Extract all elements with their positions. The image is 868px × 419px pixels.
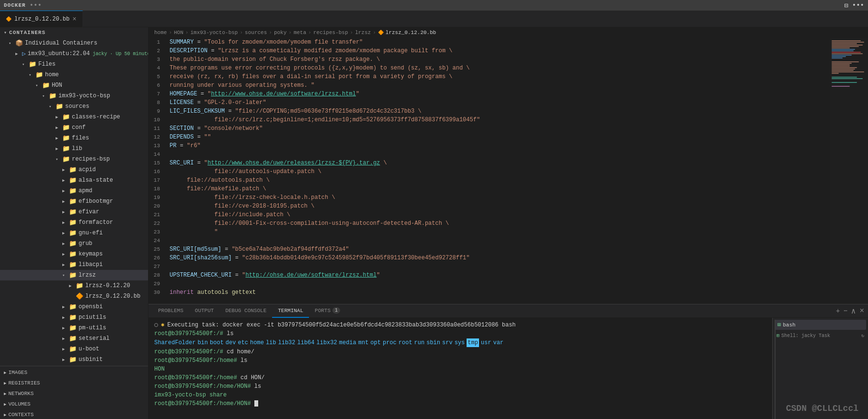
code-line-6: 6 running under various operating system… [148,81,830,90]
gnu-efi-item[interactable]: ▶ 📁 gnu-efi [0,228,148,238]
imx93-item[interactable]: ▾ 📁 imx93-yocto-bsp [0,91,148,101]
lrzsz-bb-item[interactable]: ▶ 🔶 lrzsz_0.12.20.bb [0,291,148,302]
keymaps-chevron: ▶ [62,252,69,257]
files-item[interactable]: ▾ 📁 Files [0,59,148,70]
files-dir-item[interactable]: ▶ 📁 files [0,133,148,143]
grub-item[interactable]: ▶ 📁 grub [0,238,148,249]
apmd-item[interactable]: ▶ 📁 apmd [0,186,148,196]
efibootmgr-item[interactable]: ▶ 📁 efibootmgr [0,196,148,207]
tab-debug-console[interactable]: DEBUG CONSOLE [219,304,272,318]
usbinit-chevron: ▶ [62,357,69,362]
setserial-item[interactable]: ▶ 📁 setserial [0,333,148,344]
breadcrumb-sources[interactable]: sources [245,30,267,35]
contexts-chevron: ▶ [4,412,6,418]
home-item[interactable]: ▾ 📁 home [0,70,148,80]
containers-section-header[interactable]: ▾ CONTAINERS [0,27,148,38]
breadcrumb-recipes-bsp[interactable]: recipes-bsp [313,30,348,35]
volumes-section[interactable]: ▶ VOLUMES [0,399,148,409]
sources-chevron: ▾ [49,104,56,109]
libacpi-item[interactable]: ▶ 📁 libacpi [0,259,148,270]
terminal-maximize-button[interactable]: ∧ [851,306,856,316]
registries-chevron: ▶ [4,381,6,386]
home-label: home [45,71,59,78]
formfactor-chevron: ▶ [62,220,69,225]
hon-item[interactable]: ▾ 📁 HON [0,80,148,91]
terminal-main[interactable]: ✱ Executing task: docker exec -it b39797… [148,318,772,419]
add-terminal-button[interactable]: + [836,307,840,315]
task-refresh-icon[interactable]: ↻ [861,333,864,338]
usbinit-item[interactable]: ▶ 📁 usbinit [0,354,148,365]
title-bar-dots[interactable]: ••• [30,1,42,9]
formfactor-item[interactable]: ▶ 📁 formfactor [0,217,148,228]
contexts-label: CONTEXTS [8,412,34,418]
keymaps-item[interactable]: ▶ 📁 keymaps [0,249,148,259]
code-line-3: 3 the public-domain version of Chuck For… [148,55,830,64]
code-line-4: 4 These programs use error correcting pr… [148,64,830,72]
files-label: Files [38,61,56,68]
code-line-15: 15 SRC_URI = "http://www.ohse.de/uwe/rel… [148,159,830,167]
conf-item[interactable]: ▶ 📁 conf [0,122,148,133]
breadcrumb-imx93[interactable]: imx93-yocto-bsp [190,30,238,35]
breadcrumb-home[interactable]: home [154,30,167,35]
lrzsz-version-label: lrzsz-0.12.20 [85,282,130,289]
terminal-close-button[interactable]: × [859,307,864,315]
terminal-task-bash[interactable]: ⊞ bash [775,320,866,330]
imx93-chevron: ▾ [42,93,49,99]
contexts-section[interactable]: ▶ CONTEXTS [0,409,148,419]
exec-star: ✱ [161,321,164,329]
u-boot-item[interactable]: ▶ 📁 u-boot [0,344,148,354]
sources-item[interactable]: ▾ 📁 sources [0,101,148,112]
container-name: imx93_ubuntu:22.04 [28,50,90,57]
code-line-11: 11 SECTION = "console/network" [148,124,830,133]
terminal-panel: PROBLEMS OUTPUT DEBUG CONSOLE TERMINAL P… [148,304,868,419]
tab-lrzsz-bb[interactable]: 🔶 lrzsz_0.12.20.bb × [0,11,83,27]
pm-utils-item[interactable]: ▶ 📁 pm-utils [0,323,148,333]
terminal-line-1: root@b3979754500f:/# ls [154,329,766,338]
tab-close-button[interactable]: × [72,16,76,23]
recipes-bsp-item[interactable]: ▾ 📁 recipes-bsp [0,154,148,164]
acpid-label: acpid [79,166,96,173]
efivar-label: efivar [79,209,99,215]
images-section[interactable]: ▶ IMAGES [0,367,148,378]
tab-problems[interactable]: PROBLEMS [152,304,189,318]
tab-terminal[interactable]: TERMINAL [272,304,309,318]
volumes-label: VOLUMES [8,401,30,407]
setserial-folder-icon: 📁 [69,335,77,342]
lrzsz-item[interactable]: ▾ 📁 lrzsz [0,270,148,280]
acpid-item[interactable]: ▶ 📁 acpid [0,164,148,175]
split-editor-icon[interactable]: ⊟ [844,1,848,10]
container-instance[interactable]: ▶ ▷ imx93_ubuntu:22.04 jacky · Up 50 min… [0,48,148,59]
lib-label: lib [72,145,82,152]
tab-ports[interactable]: PORTS 1 [309,304,346,318]
opensbi-item[interactable]: ▶ 📁 opensbi [0,302,148,312]
breadcrumb-hon[interactable]: HON [174,30,183,35]
pciutils-item[interactable]: ▶ 📁 pciutils [0,312,148,323]
task-bash-label: bash [783,322,795,328]
editor[interactable]: 1 SUMMARY = "Tools for zmodem/xmodem/ymo… [148,38,830,304]
code-line-8: 8 LICENSE = "GPL-2.0-or-later" [148,98,830,107]
editor-container: 1 SUMMARY = "Tools for zmodem/xmodem/ymo… [148,38,868,304]
registries-section[interactable]: ▶ REGISTRIES [0,378,148,388]
lrzsz-version-item[interactable]: ▶ 📁 lrzsz-0.12.20 [0,280,148,291]
efivar-chevron: ▶ [62,210,69,215]
title-bar-right: ⊟ ••• [844,1,864,10]
networks-section[interactable]: ▶ NETWORKS [0,388,148,399]
breadcrumb-meta[interactable]: meta [294,30,306,35]
efivar-item[interactable]: ▶ 📁 efivar [0,207,148,217]
tab-bar: 🔶 lrzsz_0.12.20.bb × [0,11,868,27]
more-actions-icon[interactable]: ••• [852,1,864,10]
terminal-tab-actions: + ⋯ ∧ × [836,306,864,316]
breadcrumb-poky[interactable]: poky [274,30,286,35]
tab-output[interactable]: OUTPUT [189,304,220,318]
classes-recipe-item[interactable]: ▶ 📁 classes-recipe [0,112,148,122]
alsa-state-item[interactable]: ▶ 📁 alsa-state [0,175,148,186]
lib-item[interactable]: ▶ 📁 lib [0,143,148,154]
lrzsz-version-chevron: ▶ [69,283,76,289]
terminal-more-button[interactable]: ⋯ [844,307,847,314]
code-line-22: 22 file://0001-Fix-cross-compilation-usi… [148,219,830,228]
individual-containers-item[interactable]: ▾ 📦 Individual Containers [0,38,148,48]
opensbi-chevron: ▶ [62,304,69,310]
alsa-folder-icon: 📁 [69,176,77,184]
apmd-chevron: ▶ [62,188,69,194]
breadcrumb-lrzsz[interactable]: lrzsz [355,30,371,35]
